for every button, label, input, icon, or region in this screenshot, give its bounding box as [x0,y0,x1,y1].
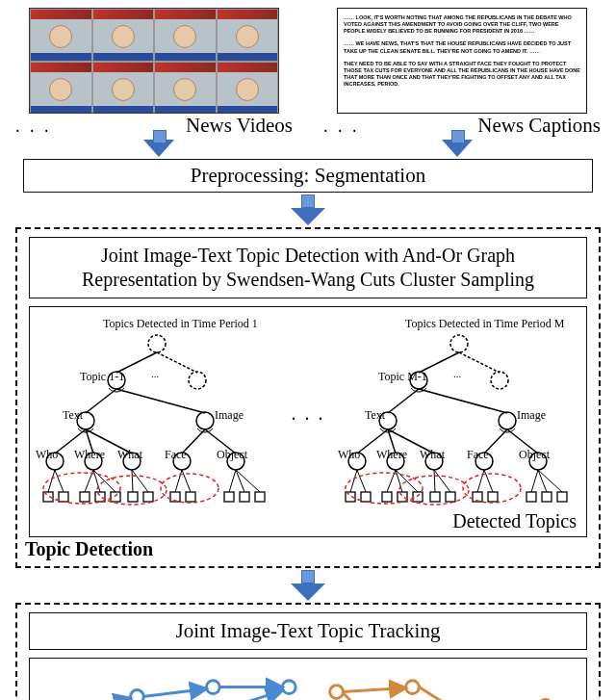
svg-point-93 [463,474,521,503]
svg-line-90 [538,470,562,492]
svg-line-80 [357,470,366,492]
svg-line-7 [116,389,205,413]
svg-line-49 [459,352,500,373]
preprocessing-box: Preprocessing: Segmentation [23,159,593,193]
svg-point-46 [161,474,218,503]
svg-line-86 [477,470,484,492]
what-label: What [117,448,142,462]
svg-line-39 [175,470,182,492]
svg-point-91 [346,473,423,504]
news-captions-label: News Captions [477,114,601,138]
caption-p3: They need to be able to say with a strai… [344,61,580,89]
topic-node-label: Topic 1-1 [80,370,124,384]
aog-tree-left: Topics Detected in Time Period 1 ... [36,317,278,509]
svg-line-32 [48,470,55,492]
svg-point-5 [189,372,206,389]
svg-rect-68 [361,492,371,502]
topic-node-label: Topic M-1 [378,370,427,384]
svg-point-9 [196,412,214,429]
svg-line-53 [388,389,419,413]
svg-line-6 [86,389,116,413]
what-label: What [420,448,445,462]
object-label: Object [217,448,247,462]
news-captions-block: …… Look, it's worth noting that among th… [318,8,606,138]
svg-point-0 [148,335,166,352]
svg-line-121 [343,692,406,700]
svg-rect-25 [128,492,138,502]
video-collage [29,8,279,114]
topic-tracking-panel: Topic Tracking Joint Image-Text Topic Tr… [15,603,601,700]
caption-p2: …… We have news, that's that the House R… [344,40,580,54]
svg-rect-69 [382,492,392,502]
svg-line-88 [531,470,538,492]
svg-line-103 [142,689,205,697]
svg-rect-26 [143,492,153,502]
svg-rect-29 [224,492,234,502]
caption-p1: …… Look, it's worth noting that among th… [344,14,580,35]
svg-line-37 [132,470,133,492]
svg-rect-22 [80,492,90,502]
where-label: Where [376,448,407,462]
videos-ellipsis: . . . [15,117,52,137]
news-videos-label: News Videos [186,114,293,138]
image-node-label: Image [517,408,546,423]
tracking-method-box: Joint Image-Text Topic Tracking [29,612,587,650]
svg-rect-73 [446,492,455,502]
svg-line-38 [132,470,148,492]
svg-text:...: ... [453,368,462,379]
svg-line-123 [419,687,471,700]
down-arrow-icon [442,140,473,157]
svg-line-43 [236,470,260,492]
svg-rect-72 [430,492,440,502]
svg-point-56 [499,412,516,429]
svg-rect-28 [186,492,195,502]
svg-point-114 [406,681,420,694]
svg-line-106 [218,691,281,700]
svg-rect-71 [413,492,423,502]
svg-line-33 [55,470,64,492]
svg-line-84 [434,470,435,492]
svg-point-47 [450,335,468,352]
svg-line-89 [538,470,547,492]
svg-line-42 [236,470,244,492]
text-node-label: Text [63,408,83,423]
svg-rect-76 [526,492,536,502]
svg-line-41 [229,470,236,492]
svg-line-79 [350,470,357,492]
svg-line-2 [157,352,197,373]
text-node-label: Text [365,408,385,423]
svg-line-120 [343,688,405,692]
object-label: Object [519,448,550,462]
detection-method-line1: Joint Image-Text Topic Detection with An… [39,244,577,268]
detected-topics-label: Detected Topics [452,510,577,532]
face-label: Face [165,448,187,462]
topic-detection-panel: Topic Detection Joint Image-Text Topic D… [15,227,601,568]
where-label: Where [74,448,105,462]
face-label: Face [467,448,489,462]
svg-point-98 [206,681,219,694]
captions-box: …… Look, it's worth noting that among th… [337,8,587,114]
tree-dots: . . . [292,402,325,425]
svg-rect-21 [59,492,68,502]
svg-rect-24 [111,492,120,502]
svg-rect-75 [488,492,498,502]
svg-text:...: ... [151,368,160,379]
who-label: Who [36,448,58,462]
svg-rect-31 [255,492,265,502]
topic-detection-title: Topic Detection [25,538,153,560]
aog-container: Topics Detected in Time Period 1 ... [29,306,587,537]
svg-point-52 [491,372,508,389]
svg-rect-77 [542,492,552,502]
detection-method-line2: Representation by Swendsen-Wang Cuts Clu… [39,268,577,292]
svg-line-85 [434,470,450,492]
down-arrow-icon [143,140,174,157]
stem-arrow [291,570,325,601]
svg-point-44 [43,473,120,504]
detection-method-box: Joint Image-Text Topic Detection with An… [29,237,587,298]
image-node-label: Image [215,408,244,423]
inputs-row: . . . News Videos …… Look, it's worth no… [10,8,606,138]
svg-point-96 [130,690,143,700]
svg-rect-78 [557,492,567,502]
svg-point-100 [282,681,295,694]
stem-arrow [291,194,325,225]
